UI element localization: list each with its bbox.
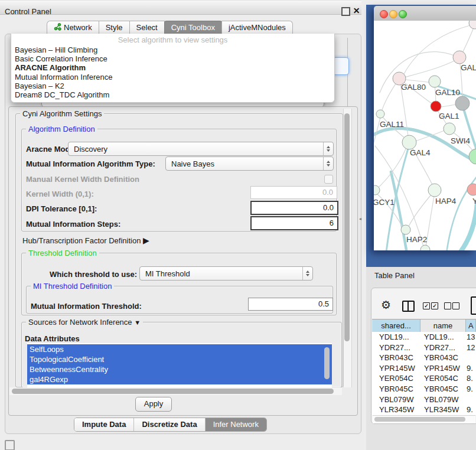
table-cell: 9. xyxy=(465,405,476,415)
network-edge[interactable] xyxy=(374,128,476,164)
unchecked-box-icon[interactable] xyxy=(452,302,459,309)
unchecked-box-icon[interactable] xyxy=(444,302,451,309)
hub-definition-toggle[interactable]: Hub/Transcription Factor Definition ▶ xyxy=(22,236,149,245)
table-row[interactable]: YLR345WYLR345W9. xyxy=(372,405,476,415)
checked-box-icon[interactable]: ✓ xyxy=(423,302,430,309)
column-header-partial[interactable]: A xyxy=(466,319,476,332)
network-edge[interactable] xyxy=(402,58,459,78)
table-cell: YBL079W xyxy=(372,394,420,405)
column-view-icon[interactable] xyxy=(402,301,415,312)
zoom-traffic-light-icon[interactable] xyxy=(399,10,407,18)
kernel-width-label: Kernel Width (0,1): xyxy=(26,190,94,198)
node-label: GAL1 xyxy=(439,112,459,120)
network-node[interactable] xyxy=(428,184,441,197)
network-node[interactable] xyxy=(467,184,476,195)
collapsed-panel-icon[interactable] xyxy=(5,440,15,450)
tab-discretize-data[interactable]: Discretize Data xyxy=(133,418,204,431)
algorithm-option[interactable]: Dream8 DC_TDC Algorithm xyxy=(11,90,334,99)
aracne-mode-select[interactable]: Discovery xyxy=(68,142,334,156)
table-row[interactable]: YDR27...YDR27...12 xyxy=(372,343,476,353)
network-edge[interactable] xyxy=(374,115,381,142)
algorithm-option[interactable]: ARACNE Algorithm xyxy=(11,63,334,72)
combo-stepper-fragment[interactable] xyxy=(332,57,349,75)
tab-select-label: Select xyxy=(136,23,158,32)
network-node[interactable] xyxy=(469,149,476,164)
table-row[interactable]: YDL19...YDL19...13 xyxy=(372,332,476,343)
attribute-list-item[interactable]: SelfLoops xyxy=(27,344,332,354)
mi-threshold-field[interactable]: 0.5 xyxy=(248,298,333,311)
attributes-scrollbar-thumb[interactable] xyxy=(324,347,330,379)
network-canvas[interactable]: GALGAL80GAL10GAL1GAL11SWI4GAL4GCY1HAP4YH… xyxy=(374,21,476,250)
algorithm-option[interactable]: Bayesian – Hill Climbing xyxy=(11,45,334,54)
document-icon[interactable] xyxy=(471,296,476,315)
manual-kernel-checkbox[interactable] xyxy=(324,175,333,184)
network-edge[interactable] xyxy=(455,203,476,250)
column-header-shared-name[interactable]: shared... xyxy=(372,319,420,332)
sources-group-title: Sources for Network Inference xyxy=(28,318,132,327)
close-traffic-light-icon[interactable] xyxy=(380,10,388,18)
algorithm-option[interactable]: Mutual Information Inference xyxy=(11,73,334,81)
node-label: SWI4 xyxy=(451,136,470,145)
table-cell xyxy=(465,394,476,405)
network-node[interactable] xyxy=(444,123,455,135)
stepper-icon xyxy=(302,267,312,280)
network-node[interactable] xyxy=(420,245,430,250)
tab-network[interactable]: Network xyxy=(47,21,99,34)
table-row[interactable]: YBR045CYBR045C9. xyxy=(372,384,476,394)
divider-collapse-icon[interactable]: ◂ xyxy=(359,216,361,221)
tab-style-label: Style xyxy=(106,23,123,32)
tab-select[interactable]: Select xyxy=(129,21,165,34)
apply-button[interactable]: Apply xyxy=(135,397,172,412)
network-edge[interactable] xyxy=(462,105,476,155)
mi-type-label: Mutual Information Algorithm Type: xyxy=(26,159,155,168)
mi-type-value: Naive Bayes xyxy=(166,159,323,168)
tab-cyni-toolbox[interactable]: Cyni Toolbox xyxy=(164,21,222,34)
dpi-tolerance-field[interactable]: 0.0 xyxy=(250,201,338,215)
network-node[interactable] xyxy=(453,51,466,64)
attribute-list-item[interactable]: TopologicalCoefficient xyxy=(27,354,332,364)
column-header-name[interactable]: name xyxy=(420,319,466,332)
table-cell: 13 xyxy=(465,332,476,343)
table-row[interactable]: YER054CYER054C8. xyxy=(372,373,476,384)
float-panel-icon[interactable] xyxy=(341,7,350,16)
network-node[interactable] xyxy=(376,110,384,118)
table-cell: YER054C xyxy=(420,373,465,384)
settings-vscrollbar-thumb[interactable] xyxy=(344,113,350,341)
checked-box-icon[interactable]: ✓ xyxy=(431,302,438,309)
minimize-traffic-light-icon[interactable] xyxy=(389,10,397,18)
tab-impute-data[interactable]: Impute Data xyxy=(74,418,133,431)
table-cell: YBR043C xyxy=(372,353,420,363)
table-hscrollbar-thumb[interactable] xyxy=(374,417,465,422)
attribute-list-item[interactable]: BetweennessCentrality xyxy=(27,364,332,374)
data-attributes-list[interactable]: SelfLoopsTopologicalCoefficientBetweenne… xyxy=(27,343,332,387)
tab-infer-network[interactable]: Infer Network xyxy=(205,418,266,431)
network-node[interactable] xyxy=(401,225,410,234)
network-node[interactable] xyxy=(469,21,476,29)
mi-type-select[interactable]: Naive Bayes xyxy=(165,156,334,171)
kernel-width-field[interactable]: 0.0 xyxy=(250,186,337,199)
attribute-list-item[interactable]: gal4RGexp xyxy=(27,374,332,384)
table-row[interactable]: YPR145WYPR145W9. xyxy=(372,363,476,374)
tab-style[interactable]: Style xyxy=(99,21,130,34)
node-label: HAP4 xyxy=(435,197,457,206)
algorithm-option[interactable]: Basic Correlation Inference xyxy=(11,54,334,63)
node-label: GCY1 xyxy=(374,198,395,207)
table-row[interactable]: YBL079WYBL079W xyxy=(372,394,476,405)
network-node[interactable] xyxy=(402,135,416,149)
network-edge[interactable] xyxy=(461,24,475,56)
which-threshold-select[interactable]: MI Threshold xyxy=(139,266,313,281)
mi-steps-field[interactable]: 6 xyxy=(250,216,338,230)
settings-hscrollbar-thumb[interactable] xyxy=(12,389,334,394)
network-node[interactable] xyxy=(429,76,441,87)
tab-cyni-toolbox-label: Cyni Toolbox xyxy=(171,23,215,32)
algorithm-placeholder: Select algorithm to view settings xyxy=(11,34,334,45)
network-node[interactable] xyxy=(455,96,470,110)
table-row[interactable]: YBR043CYBR043C xyxy=(372,353,476,363)
tab-jactivemnodules[interactable]: jActiveMNodules xyxy=(221,21,293,34)
close-icon[interactable]: ✕ xyxy=(353,7,360,15)
algorithm-option[interactable]: Bayesian – K2 xyxy=(11,81,334,90)
gear-icon[interactable]: ⚙ xyxy=(381,299,391,311)
node-label: GAL11 xyxy=(380,120,404,129)
network-node[interactable] xyxy=(431,101,441,112)
sources-group-toggle[interactable]: Sources for Network Inference ▼ xyxy=(26,318,143,327)
